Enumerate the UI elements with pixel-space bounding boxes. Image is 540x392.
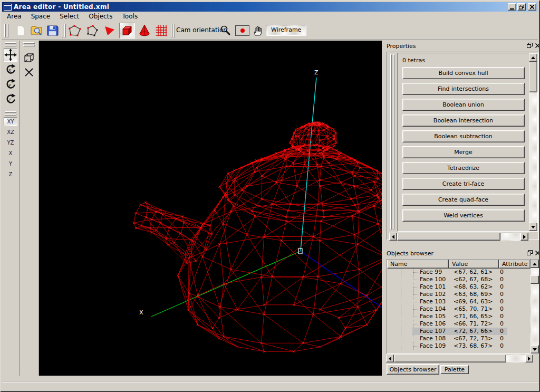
plane-toggle-xy[interactable]: XY	[4, 117, 17, 126]
objects-vertical-scrollbar[interactable]	[531, 260, 539, 353]
create-quad-face-button[interactable]: Create quad-face	[402, 194, 525, 206]
scrollbar-thumb[interactable]	[397, 233, 500, 241]
float-panel-icon[interactable]	[526, 42, 533, 49]
table-row[interactable]: Face 101<68, 63, 62>0	[387, 283, 531, 291]
toolbar-grip[interactable]	[5, 111, 16, 116]
move-tool-button[interactable]	[4, 48, 17, 62]
scrollbar-thumb[interactable]	[531, 275, 539, 284]
grid-tool-button[interactable]	[153, 23, 169, 39]
cell-attr: 0	[500, 320, 504, 328]
toolbar-grip[interactable]	[5, 42, 16, 46]
create-tri-face-button[interactable]: Create tri-face	[402, 178, 525, 190]
delete-tool-button[interactable]	[22, 65, 36, 79]
save-button[interactable]	[45, 23, 61, 39]
table-row[interactable]: Face 99<67, 62, 61>0	[387, 269, 531, 276]
close-button[interactable]	[528, 3, 536, 11]
scroll-right-button[interactable]	[520, 233, 528, 241]
restore-button[interactable]	[517, 3, 526, 11]
menu-tools[interactable]: Tools	[118, 12, 143, 21]
toolbar-grip[interactable]	[62, 24, 66, 37]
scroll-down-button[interactable]	[531, 345, 539, 353]
objects-browser-dock-controls	[526, 250, 540, 256]
build-convex-hull-button[interactable]: Build convex hull	[402, 67, 525, 79]
scrollbar-thumb[interactable]	[529, 62, 537, 92]
new-file-button[interactable]	[13, 23, 28, 39]
properties-horizontal-scrollbar[interactable]	[389, 233, 528, 241]
polygon-tool-button[interactable]	[84, 23, 100, 39]
plane-toggle-y[interactable]: Y	[4, 159, 17, 168]
menu-select[interactable]: Select	[55, 12, 84, 21]
scroll-up-button[interactable]	[531, 260, 539, 268]
boolean-intersection-button[interactable]: Boolean intersection	[402, 114, 525, 127]
scroll-right-button[interactable]	[525, 355, 533, 362]
table-row[interactable]: Face 108<67, 72, 73>0	[387, 335, 531, 342]
properties-vertical-scrollbar[interactable]	[529, 53, 537, 231]
table-row[interactable]: Face 100<62, 67, 68>0	[387, 276, 531, 283]
triangle-tool-button[interactable]	[102, 23, 118, 39]
boolean-subtraction-button[interactable]: Boolean subtraction	[402, 130, 525, 142]
table-row[interactable]: Face 105<71, 66, 65>0	[387, 313, 531, 320]
objects-horizontal-scrollbar[interactable]	[386, 355, 533, 362]
boolean-union-button[interactable]: Boolean union	[402, 99, 525, 111]
plane-toggle-x[interactable]: X	[4, 149, 17, 158]
rotate-z-icon: z	[4, 93, 17, 106]
toolbar-grip[interactable]	[23, 42, 35, 46]
statusbar	[2, 383, 538, 390]
viewport-canvas[interactable]: XZ	[39, 41, 382, 376]
cell-val: <72, 67, 66>	[454, 328, 493, 335]
scroll-up-button[interactable]	[529, 53, 537, 62]
titlebar[interactable]: Area editor - Untitled.xml	[2, 2, 538, 12]
record-icon	[240, 28, 245, 33]
scrollbar-thumb[interactable]	[394, 355, 506, 362]
polyline-tool-button[interactable]	[67, 23, 83, 39]
minimize-button[interactable]	[508, 3, 516, 11]
column-header-attribute[interactable]: Attribute	[499, 260, 531, 269]
find-intersections-button[interactable]: Find intersections	[402, 83, 525, 95]
toolbar-grip[interactable]	[4, 24, 8, 37]
wireframe-toggle-button[interactable]: Wireframe	[266, 25, 306, 36]
cell-val: <68, 63, 62>	[454, 283, 493, 291]
merge-button[interactable]: Merge	[402, 146, 525, 158]
table-row[interactable]: Face 109<73, 68, 67>0	[387, 342, 531, 350]
plane-toggle-xz[interactable]: XZ	[4, 128, 17, 137]
menu-space[interactable]: Space	[26, 12, 55, 21]
viewport[interactable]: XZ	[39, 41, 382, 376]
open-file-button[interactable]	[29, 23, 45, 39]
tab-palette[interactable]: Palette	[440, 365, 469, 374]
panel-grip[interactable]	[390, 54, 395, 230]
properties-dock-controls	[526, 42, 540, 49]
toolbar-grip[interactable]	[171, 24, 175, 37]
table-row[interactable]: Face 102<63, 68, 69>0	[387, 291, 531, 298]
rotate-y-tool-button[interactable]: y	[4, 78, 17, 91]
cell-val: <62, 67, 68>	[454, 276, 493, 283]
scroll-left-button[interactable]	[386, 355, 394, 362]
close-panel-icon[interactable]	[534, 250, 540, 256]
column-header-value[interactable]: Value	[449, 260, 499, 269]
rotate-z-tool-button[interactable]: z	[4, 92, 17, 106]
table-row[interactable]: Face 103<69, 64, 63>0	[387, 298, 531, 305]
menu-objects[interactable]: Objects	[84, 12, 117, 21]
float-panel-icon[interactable]	[526, 250, 533, 256]
table-row[interactable]: Face 107<72, 67, 66>0	[387, 328, 531, 335]
tab-objects-browser[interactable]: Objects browser	[387, 364, 439, 375]
rotate-x-tool-button[interactable]: x	[4, 63, 17, 77]
close-panel-icon[interactable]	[534, 42, 540, 49]
scroll-left-button[interactable]	[389, 233, 397, 241]
wire-cube-tool-button[interactable]	[22, 51, 36, 64]
weld-vertices-button[interactable]: Weld vertices	[402, 209, 525, 222]
cube-tool-button[interactable]	[119, 23, 135, 39]
cone-tool-button[interactable]	[137, 23, 152, 39]
zoom-tool-button[interactable]	[218, 23, 232, 39]
record-button[interactable]	[235, 25, 249, 36]
scroll-down-button[interactable]	[529, 223, 537, 231]
table-row[interactable]: Face 106<66, 71, 72>0	[387, 320, 531, 328]
column-header-name[interactable]: Name	[387, 260, 449, 269]
plane-toggle-yz[interactable]: YZ	[4, 138, 17, 147]
cell-name: Face 101	[420, 283, 446, 291]
pan-tool-button[interactable]	[251, 23, 265, 39]
plane-toggle-z[interactable]: Z	[4, 170, 17, 179]
tetraedrize-button[interactable]: Tetraedrize	[402, 162, 525, 174]
table-row[interactable]: Face 104<65, 70, 71>0	[387, 305, 531, 313]
menu-area[interactable]: Area	[2, 12, 26, 21]
left-toolbar: x y z XYXZYZXYZ	[2, 41, 20, 376]
